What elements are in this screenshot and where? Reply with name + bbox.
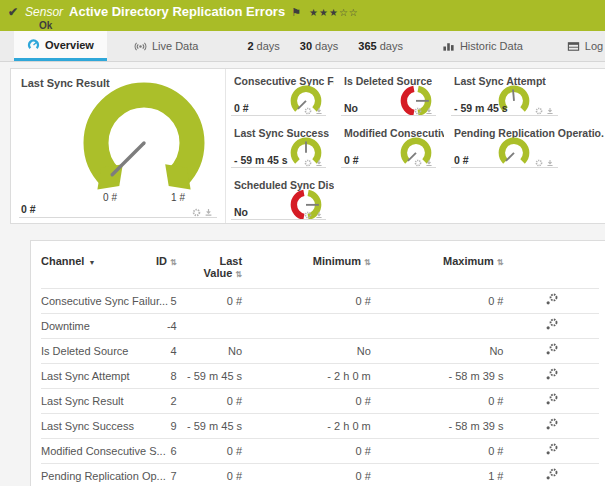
sensor-header-main: Sensor Active Directory Replication Erro… <box>25 4 359 31</box>
gauge-last-sync-attempt: Last Sync Attempt - 59 m 45 s <box>446 69 605 121</box>
sensor-header: ✔ Sensor Active Directory Replication Er… <box>0 0 605 31</box>
edit-channel-icon[interactable] <box>545 343 558 356</box>
column-header-maximum[interactable]: Maximum⇅ <box>371 255 504 289</box>
sort-icon: ⇅ <box>235 270 242 279</box>
column-header-minimum[interactable]: Minimum⇅ <box>242 255 371 289</box>
sort-icon: ⇅ <box>497 258 504 267</box>
channel-name[interactable]: Last Sync Attempt <box>41 364 142 389</box>
gauge-is-deleted-source: Is Deleted Source No <box>336 69 446 121</box>
gauge-pending-replication-operations: Pending Replication Operatio... 0 # <box>446 121 605 173</box>
overview-gauge-icon <box>27 38 40 51</box>
download-icon[interactable] <box>546 159 554 167</box>
channel-name[interactable]: Pending Replication Op... <box>41 464 142 486</box>
column-header-id[interactable]: ID⇅ <box>142 255 177 289</box>
channels-table-panel: Channel▼ ID⇅ LastValue⇅ Minimum⇅ Maximum… <box>30 240 605 486</box>
broadcast-icon <box>134 40 147 53</box>
download-icon[interactable] <box>315 107 323 115</box>
gauge-gear-icon[interactable] <box>414 159 422 167</box>
gauge-gear-icon[interactable] <box>192 208 201 217</box>
gauge-consecutive-sync-failures: Consecutive Sync Failures 0 # <box>226 69 336 121</box>
table-row: Downtime -4 <box>41 314 599 339</box>
tab-live-data-label: Live Data <box>152 40 198 52</box>
edit-channel-icon[interactable] <box>545 393 558 406</box>
bar-chart-icon <box>442 40 455 53</box>
last-sync-result-gauge: 0 # 1 # <box>59 79 219 211</box>
channel-name[interactable]: Consecutive Sync Failur... <box>41 289 142 314</box>
tab-overview-label: Overview <box>45 39 94 51</box>
gauge-gear-icon[interactable] <box>414 107 422 115</box>
column-header-channel[interactable]: Channel▼ <box>41 255 142 289</box>
sort-desc-icon: ▼ <box>88 259 95 266</box>
tab-30-days[interactable]: 30 days <box>290 31 349 61</box>
gauge-scheduled-sync-disabled: Scheduled Sync Disabled No <box>226 173 336 225</box>
status-badge: Ok <box>39 20 359 31</box>
table-row: Modified Consecutive S... 6 0 # 0 # 0 # <box>41 439 599 464</box>
tab-historic-data[interactable]: Historic Data <box>429 31 536 61</box>
tab-overview[interactable]: Overview <box>14 31 107 61</box>
table-row: Last Sync Success 9 - 59 m 45 s - 2 h 0 … <box>41 414 599 439</box>
tab-historic-data-label: Historic Data <box>460 40 523 52</box>
download-icon[interactable] <box>315 211 323 219</box>
divider <box>19 217 217 218</box>
sort-icon: ⇅ <box>170 258 177 267</box>
tab-2-days[interactable]: 2 days <box>237 31 289 61</box>
tab-live-data[interactable]: Live Data <box>121 31 211 61</box>
status-ok-icon: ✔ <box>8 5 18 19</box>
channels-table: Channel▼ ID⇅ LastValue⇅ Minimum⇅ Maximum… <box>41 255 599 486</box>
download-icon[interactable] <box>425 107 433 115</box>
tab-log-label: Log <box>585 40 603 52</box>
table-row: Consecutive Sync Failur... 5 0 # 0 # 0 # <box>41 289 599 314</box>
column-header-last-value[interactable]: LastValue⇅ <box>177 255 242 289</box>
gauge-gear-icon[interactable] <box>535 107 543 115</box>
gauge-last-sync-result: Last Sync Result 0 # 1 # 0 # <box>11 69 226 223</box>
download-icon[interactable] <box>425 159 433 167</box>
tab-2-days-number: 2 <box>247 40 253 52</box>
gauge-gear-icon[interactable] <box>304 211 312 219</box>
table-row: Pending Replication Op... 7 0 # 0 # 1 # <box>41 464 599 486</box>
sensor-title-line: Sensor Active Directory Replication Erro… <box>25 4 359 19</box>
table-header-row: Channel▼ ID⇅ LastValue⇅ Minimum⇅ Maximum… <box>41 255 599 289</box>
page-title: Active Directory Replication Errors <box>69 4 285 19</box>
gauge-modified-consecutive-sync-failures: Modified Consecutive Sync F... 0 # <box>336 121 446 173</box>
edit-channel-icon[interactable] <box>545 368 558 381</box>
table-row: Is Deleted Source 4 No No No <box>41 339 599 364</box>
tab-2-days-unit: days <box>257 40 280 52</box>
tab-log[interactable]: Log <box>554 31 605 61</box>
download-icon[interactable] <box>315 159 323 167</box>
gauge-gear-icon[interactable] <box>304 159 312 167</box>
tab-365-days-unit: days <box>380 40 403 52</box>
channel-name[interactable]: Modified Consecutive S... <box>41 439 142 464</box>
small-gauges-grid: Consecutive Sync Failures 0 # Is Deleted… <box>226 69 605 223</box>
tab-bar: Overview Live Data 2 days 30 days 365 da… <box>0 31 605 62</box>
download-icon[interactable] <box>546 107 554 115</box>
edit-channel-icon[interactable] <box>545 468 558 481</box>
gauge-gear-icon[interactable] <box>535 159 543 167</box>
priority-stars[interactable]: ★★★☆☆ <box>309 7 359 18</box>
flag-icon[interactable]: ⚑ <box>291 6 301 19</box>
log-table-icon <box>567 40 580 53</box>
channel-name[interactable]: Is Deleted Source <box>41 339 142 364</box>
channel-name[interactable]: Last Sync Success <box>41 414 142 439</box>
gauge-min-label: 0 # <box>103 192 117 203</box>
tab-365-days[interactable]: 365 days <box>348 31 413 61</box>
table-row: Last Sync Result 2 0 # 0 # 0 # <box>41 389 599 414</box>
edit-channel-icon[interactable] <box>545 293 558 306</box>
sensor-kind-label: Sensor <box>25 5 63 19</box>
gauge-last-sync-success: Last Sync Success - 59 m 45 s <box>226 121 336 173</box>
gauge-gear-icon[interactable] <box>304 107 312 115</box>
tab-365-days-number: 365 <box>358 40 376 52</box>
table-row: Last Sync Attempt 8 - 59 m 45 s - 2 h 0 … <box>41 364 599 389</box>
sensor-page: ✔ Sensor Active Directory Replication Er… <box>0 0 605 486</box>
edit-channel-icon[interactable] <box>545 418 558 431</box>
tab-30-days-unit: days <box>315 40 338 52</box>
edit-channel-icon[interactable] <box>545 443 558 456</box>
green-gauge <box>492 130 536 170</box>
gauge-max-label: 1 # <box>171 192 185 203</box>
column-header-edit <box>503 255 599 289</box>
download-icon[interactable] <box>204 208 213 217</box>
edit-channel-icon[interactable] <box>545 318 558 331</box>
channel-name[interactable]: Downtime <box>41 314 142 339</box>
gauge-value: 0 # <box>21 203 36 215</box>
sort-icon: ⇅ <box>364 258 371 267</box>
channel-name[interactable]: Last Sync Result <box>41 389 142 414</box>
